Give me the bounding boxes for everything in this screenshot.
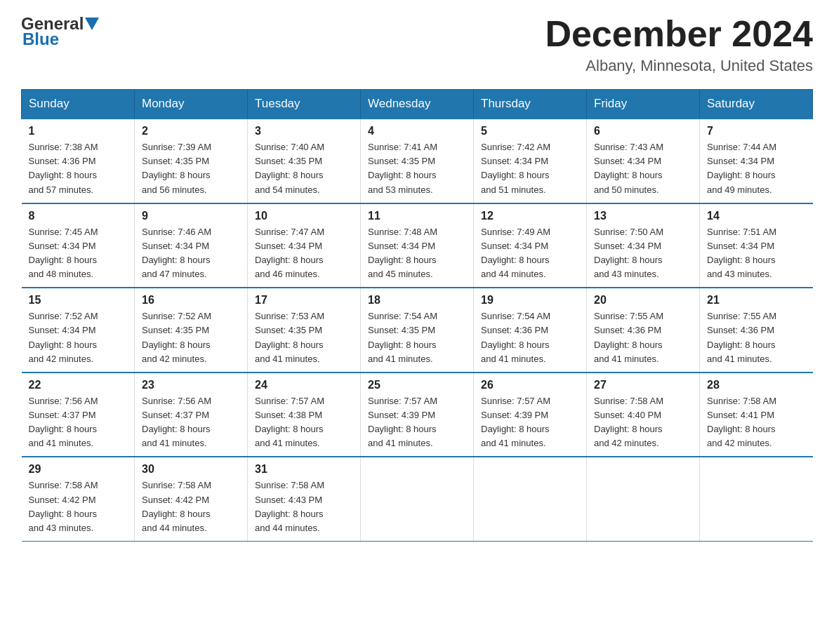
- calendar-day-cell: 19Sunrise: 7:54 AMSunset: 4:36 PMDayligh…: [474, 288, 587, 373]
- day-number: 15: [29, 294, 128, 307]
- calendar-day-cell: 4Sunrise: 7:41 AMSunset: 4:35 PMDaylight…: [361, 119, 474, 203]
- day-info: Sunrise: 7:56 AMSunset: 4:37 PMDaylight:…: [142, 394, 240, 451]
- col-friday: Friday: [587, 90, 700, 119]
- calendar-day-cell: 3Sunrise: 7:40 AMSunset: 4:35 PMDaylight…: [248, 119, 361, 203]
- title-section: December 2024 Albany, Minnesota, United …: [545, 14, 813, 75]
- col-tuesday: Tuesday: [248, 90, 361, 119]
- calendar-day-cell: 5Sunrise: 7:42 AMSunset: 4:34 PMDaylight…: [474, 119, 587, 203]
- calendar-day-cell: 21Sunrise: 7:55 AMSunset: 4:36 PMDayligh…: [700, 288, 813, 373]
- day-info: Sunrise: 7:50 AMSunset: 4:34 PMDaylight:…: [594, 225, 692, 282]
- calendar-week-row: 15Sunrise: 7:52 AMSunset: 4:34 PMDayligh…: [22, 288, 813, 373]
- day-number: 20: [594, 294, 692, 307]
- day-number: 16: [142, 294, 240, 307]
- day-number: 18: [368, 294, 466, 307]
- day-info: Sunrise: 7:41 AMSunset: 4:35 PMDaylight:…: [368, 140, 466, 197]
- calendar-header-row: Sunday Monday Tuesday Wednesday Thursday…: [22, 90, 813, 119]
- day-number: 5: [481, 125, 579, 137]
- day-number: 22: [29, 379, 128, 391]
- calendar-day-cell: 29Sunrise: 7:58 AMSunset: 4:42 PMDayligh…: [22, 457, 135, 541]
- calendar-week-row: 1Sunrise: 7:38 AMSunset: 4:36 PMDaylight…: [22, 119, 813, 203]
- day-info: Sunrise: 7:39 AMSunset: 4:35 PMDaylight:…: [142, 140, 240, 197]
- day-info: Sunrise: 7:57 AMSunset: 4:38 PMDaylight:…: [255, 394, 353, 451]
- calendar-day-cell: 8Sunrise: 7:45 AMSunset: 4:34 PMDaylight…: [22, 203, 135, 288]
- day-number: 3: [255, 125, 353, 137]
- day-number: 2: [142, 125, 240, 137]
- day-number: 11: [368, 210, 466, 222]
- day-number: 26: [481, 379, 579, 391]
- day-info: Sunrise: 7:57 AMSunset: 4:39 PMDaylight:…: [481, 394, 579, 451]
- day-info: Sunrise: 7:58 AMSunset: 4:43 PMDaylight:…: [255, 478, 353, 535]
- day-number: 4: [368, 125, 466, 137]
- col-monday: Monday: [135, 90, 248, 119]
- day-info: Sunrise: 7:54 AMSunset: 4:35 PMDaylight:…: [368, 309, 466, 366]
- col-wednesday: Wednesday: [361, 90, 474, 119]
- calendar-week-row: 29Sunrise: 7:58 AMSunset: 4:42 PMDayligh…: [22, 457, 813, 541]
- day-info: Sunrise: 7:46 AMSunset: 4:34 PMDaylight:…: [142, 225, 240, 282]
- calendar-day-cell: 23Sunrise: 7:56 AMSunset: 4:37 PMDayligh…: [135, 373, 248, 457]
- day-info: Sunrise: 7:57 AMSunset: 4:39 PMDaylight:…: [368, 394, 466, 451]
- calendar-day-cell: 7Sunrise: 7:44 AMSunset: 4:34 PMDaylight…: [700, 119, 813, 203]
- calendar-day-cell: [587, 457, 700, 541]
- calendar-day-cell: 27Sunrise: 7:58 AMSunset: 4:40 PMDayligh…: [587, 373, 700, 457]
- calendar-day-cell: [474, 457, 587, 541]
- calendar-day-cell: [700, 457, 813, 541]
- calendar-day-cell: 24Sunrise: 7:57 AMSunset: 4:38 PMDayligh…: [248, 373, 361, 457]
- calendar-day-cell: 26Sunrise: 7:57 AMSunset: 4:39 PMDayligh…: [474, 373, 587, 457]
- day-info: Sunrise: 7:58 AMSunset: 4:42 PMDaylight:…: [29, 478, 128, 535]
- day-number: 12: [481, 210, 579, 222]
- day-info: Sunrise: 7:44 AMSunset: 4:34 PMDaylight:…: [707, 140, 806, 197]
- month-title: December 2024: [545, 14, 813, 54]
- calendar-day-cell: 20Sunrise: 7:55 AMSunset: 4:36 PMDayligh…: [587, 288, 700, 373]
- day-number: 1: [29, 125, 128, 137]
- day-info: Sunrise: 7:58 AMSunset: 4:42 PMDaylight:…: [142, 478, 240, 535]
- calendar-day-cell: 10Sunrise: 7:47 AMSunset: 4:34 PMDayligh…: [248, 203, 361, 288]
- day-info: Sunrise: 7:47 AMSunset: 4:34 PMDaylight:…: [255, 225, 353, 282]
- day-info: Sunrise: 7:53 AMSunset: 4:35 PMDaylight:…: [255, 309, 353, 366]
- day-number: 7: [707, 125, 806, 137]
- day-number: 23: [142, 379, 240, 391]
- calendar-day-cell: 1Sunrise: 7:38 AMSunset: 4:36 PMDaylight…: [22, 119, 135, 203]
- calendar-table: Sunday Monday Tuesday Wednesday Thursday…: [21, 89, 813, 542]
- day-number: 9: [142, 210, 240, 222]
- day-info: Sunrise: 7:52 AMSunset: 4:34 PMDaylight:…: [29, 309, 128, 366]
- day-number: 6: [594, 125, 692, 137]
- calendar-day-cell: 17Sunrise: 7:53 AMSunset: 4:35 PMDayligh…: [248, 288, 361, 373]
- page-header: General Blue December 2024 Albany, Minne…: [21, 14, 813, 75]
- calendar-day-cell: [361, 457, 474, 541]
- day-info: Sunrise: 7:49 AMSunset: 4:34 PMDaylight:…: [481, 225, 579, 282]
- day-info: Sunrise: 7:54 AMSunset: 4:36 PMDaylight:…: [481, 309, 579, 366]
- calendar-day-cell: 13Sunrise: 7:50 AMSunset: 4:34 PMDayligh…: [587, 203, 700, 288]
- col-thursday: Thursday: [474, 90, 587, 119]
- day-number: 31: [255, 463, 353, 476]
- day-number: 10: [255, 210, 353, 222]
- day-info: Sunrise: 7:58 AMSunset: 4:41 PMDaylight:…: [707, 394, 806, 451]
- calendar-week-row: 8Sunrise: 7:45 AMSunset: 4:34 PMDaylight…: [22, 203, 813, 288]
- calendar-day-cell: 14Sunrise: 7:51 AMSunset: 4:34 PMDayligh…: [700, 203, 813, 288]
- day-info: Sunrise: 7:43 AMSunset: 4:34 PMDaylight:…: [594, 140, 692, 197]
- calendar-day-cell: 28Sunrise: 7:58 AMSunset: 4:41 PMDayligh…: [700, 373, 813, 457]
- day-number: 19: [481, 294, 579, 307]
- day-number: 28: [707, 379, 806, 391]
- day-number: 24: [255, 379, 353, 391]
- logo-blue-text: Blue: [22, 29, 59, 49]
- location-subtitle: Albany, Minnesota, United States: [545, 57, 813, 75]
- day-number: 27: [594, 379, 692, 391]
- calendar-day-cell: 30Sunrise: 7:58 AMSunset: 4:42 PMDayligh…: [135, 457, 248, 541]
- day-info: Sunrise: 7:45 AMSunset: 4:34 PMDaylight:…: [29, 225, 128, 282]
- calendar-day-cell: 9Sunrise: 7:46 AMSunset: 4:34 PMDaylight…: [135, 203, 248, 288]
- day-info: Sunrise: 7:58 AMSunset: 4:40 PMDaylight:…: [594, 394, 692, 451]
- calendar-day-cell: 18Sunrise: 7:54 AMSunset: 4:35 PMDayligh…: [361, 288, 474, 373]
- calendar-day-cell: 6Sunrise: 7:43 AMSunset: 4:34 PMDaylight…: [587, 119, 700, 203]
- day-info: Sunrise: 7:55 AMSunset: 4:36 PMDaylight:…: [707, 309, 806, 366]
- calendar-week-row: 22Sunrise: 7:56 AMSunset: 4:37 PMDayligh…: [22, 373, 813, 457]
- logo: General Blue: [21, 14, 99, 49]
- calendar-day-cell: 2Sunrise: 7:39 AMSunset: 4:35 PMDaylight…: [135, 119, 248, 203]
- day-number: 14: [707, 210, 806, 222]
- calendar-day-cell: 25Sunrise: 7:57 AMSunset: 4:39 PMDayligh…: [361, 373, 474, 457]
- day-number: 13: [594, 210, 692, 222]
- day-number: 21: [707, 294, 806, 307]
- day-info: Sunrise: 7:56 AMSunset: 4:37 PMDaylight:…: [29, 394, 128, 451]
- day-number: 25: [368, 379, 466, 391]
- day-info: Sunrise: 7:38 AMSunset: 4:36 PMDaylight:…: [29, 140, 128, 197]
- calendar-day-cell: 16Sunrise: 7:52 AMSunset: 4:35 PMDayligh…: [135, 288, 248, 373]
